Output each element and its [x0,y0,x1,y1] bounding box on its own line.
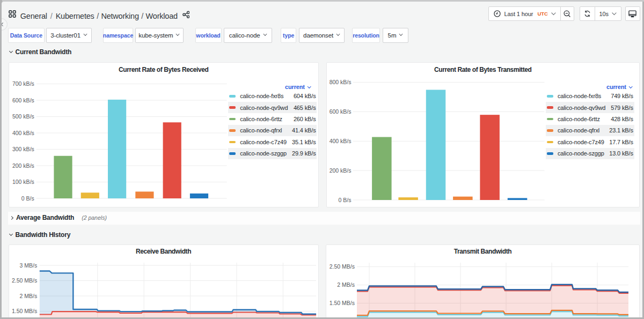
svg-text:200 kB/s: 200 kB/s [329,167,351,174]
svg-text:800 kB/s: 800 kB/s [329,79,351,85]
svg-text:600 kB/s: 600 kB/s [12,97,34,103]
svg-text:200 kB/s: 200 kB/s [12,162,34,169]
svg-text:2.50 MB/s: 2.50 MB/s [11,277,36,284]
svg-text:0 B/s: 0 B/s [21,195,34,202]
svg-text:500 kB/s: 500 kB/s [12,113,34,120]
svg-text:300 kB/s: 300 kB/s [12,146,34,152]
svg-text:400 kB/s: 400 kB/s [329,138,351,144]
svg-text:100 kB/s: 100 kB/s [12,179,34,185]
svg-text:1.50 MB/s: 1.50 MB/s [330,300,355,306]
svg-text:3 MB/s: 3 MB/s [19,262,37,268]
svg-text:600 kB/s: 600 kB/s [329,108,351,115]
svg-text:2 MB/s: 2 MB/s [19,292,37,299]
svg-text:400 kB/s: 400 kB/s [12,130,34,136]
svg-text:700 kB/s: 700 kB/s [12,80,34,87]
svg-text:2.50 MB/s: 2.50 MB/s [330,263,355,270]
svg-text:1.50 MB/s: 1.50 MB/s [11,308,36,314]
svg-text:2 MB/s: 2 MB/s [337,281,355,288]
svg-text:0 B/s: 0 B/s [338,197,351,203]
